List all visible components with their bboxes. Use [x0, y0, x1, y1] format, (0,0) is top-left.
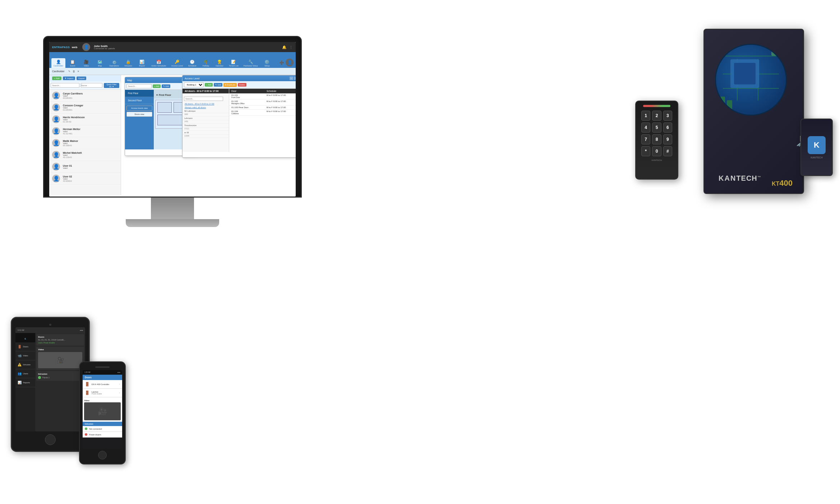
- nav-tenant-list[interactable]: 📝 Tenant List: [227, 58, 241, 68]
- main-content: + Add ▼ Import Export Quick Filter (0) ▼…: [49, 75, 296, 195]
- intrusion-dot-1: [85, 427, 87, 430]
- map-add-btn[interactable]: + Add: [153, 84, 161, 88]
- all-doors-link[interactable]: All doors - M to F 8:00 to 17:00: [183, 102, 229, 106]
- tablet-doors-sub: R1, R1, R1, R1, 2VLM ControllE...: [38, 339, 82, 341]
- key-7[interactable]: 7: [641, 134, 650, 144]
- workspace: Map ─ □ ✕ + Add ✎ Edit: [121, 75, 296, 195]
- doors-view-btn[interactable]: Doors view: [126, 112, 152, 117]
- list-toolbar: + Add ▼ Import Export: [49, 75, 121, 82]
- list-item[interactable]: 👤 User 01 Valid: [49, 161, 121, 173]
- door-row[interactable]: 01:103 Rear Door M to F 8:00 to 17:00: [229, 106, 296, 110]
- user-avatar-nav[interactable]: 👤: [286, 59, 294, 66]
- door-row[interactable]: 01:104Cafeteria M to F 8:00 to 17:00: [229, 110, 296, 116]
- person-06[interactable]: er 06: [183, 131, 229, 135]
- key-2[interactable]: 2: [652, 111, 661, 121]
- floor-first[interactable]: First Floor: [125, 90, 154, 97]
- access-edit-btn[interactable]: ✎ Edit: [214, 83, 222, 87]
- quick-filter-btn[interactable]: Quick Filter (0) ▼: [104, 83, 119, 88]
- add-cardholder-btn[interactable]: + Add: [52, 77, 61, 80]
- person-06-id: 11006: [183, 135, 229, 138]
- floor-second[interactable]: Second Floor: [125, 97, 154, 104]
- nav-schedule[interactable]: 🕐 Schedule: [186, 58, 199, 68]
- key-star[interactable]: *: [641, 146, 650, 156]
- edit-icon[interactable]: ✎: [68, 70, 70, 73]
- list-item[interactable]: 👤 User 02 Valid 43:90002: [49, 173, 121, 185]
- key-0[interactable]: 0: [652, 146, 661, 156]
- person-lehmann[interactable]: Lehmann: [183, 116, 229, 120]
- tablet-intrusion-title: Intrusion: [38, 373, 82, 375]
- key-1[interactable]: 1: [641, 111, 650, 121]
- keypad-brand: KANTECH: [652, 159, 662, 161]
- key-6[interactable]: 6: [663, 122, 672, 133]
- map-edit-btn[interactable]: ✎ Edit: [162, 84, 170, 88]
- more-icon[interactable]: ⋮: [289, 45, 293, 49]
- list-item[interactable]: 👤 Caryn Carrithers Valid 00180001: [49, 90, 121, 102]
- building-dropdown[interactable]: Building 1: [184, 82, 204, 87]
- import-btn[interactable]: ▼ Import: [63, 77, 75, 80]
- access-levels-view-btn[interactable]: Access levels view: [126, 106, 152, 111]
- search-input[interactable]: [51, 83, 79, 88]
- access-maximize-btn[interactable]: □: [294, 77, 296, 80]
- nav-operations[interactable]: ⚙️ Operations: [107, 59, 121, 68]
- list-item[interactable]: 👤 Malik Mainor Valid 05:38545: [49, 137, 121, 149]
- key-8[interactable]: 8: [652, 134, 661, 144]
- nav-event[interactable]: 📋 Event: [66, 58, 79, 68]
- nav-action-scheduler[interactable]: 📅 Action Scheduler: [149, 58, 169, 68]
- nav-holiday[interactable]: 🌴 Holiday: [199, 58, 212, 68]
- notifications-icon[interactable]: 🔔: [282, 45, 286, 49]
- door-row[interactable]: 01:101Front Door M to F 8:00 to 17:00: [229, 93, 296, 100]
- phone-intrusion-item-1[interactable]: Not connected: [83, 426, 122, 432]
- nav-hardware-setup[interactable]: 🔧 Hardware Setup: [241, 58, 260, 68]
- add-btn[interactable]: ➕: [279, 60, 284, 65]
- person-nil[interactable]: Nil Labreque: [183, 109, 229, 113]
- pcb-connector-2: [727, 100, 732, 111]
- tablet-home-btn[interactable]: [45, 434, 56, 445]
- access-search[interactable]: [184, 97, 223, 101]
- nav-video[interactable]: 🎥 Video: [80, 58, 93, 68]
- cancel-icon[interactable]: ✕: [77, 70, 79, 73]
- person-throckmorton[interactable]: Throckmorton: [183, 124, 229, 128]
- list-item[interactable]: 👤 Michel Matchett Valid 45:15545: [49, 149, 121, 161]
- list-item[interactable]: 👤 Corason Creager Valid 01180001: [49, 102, 121, 114]
- nav-access-level[interactable]: 🔑 Access Level: [169, 58, 185, 68]
- tablet-menu-intrusion[interactable]: ⚠️ Intrusion: [15, 360, 35, 369]
- intrusion-status-text: Patrols 1: [42, 376, 50, 379]
- key-3[interactable]: 3: [663, 111, 672, 121]
- phone-home-btn[interactable]: [98, 451, 107, 459]
- export-btn[interactable]: Export: [77, 77, 86, 80]
- list-item[interactable]: 👤 Herman Mellor Valid 41:32:461: [49, 125, 121, 137]
- access-delete-btn[interactable]: Delete: [238, 83, 246, 87]
- filter-input[interactable]: [81, 83, 102, 88]
- nav-intrusion[interactable]: 🔒 Intrusion: [122, 58, 135, 68]
- nav-settings[interactable]: ⚙️ Setup: [260, 58, 273, 68]
- delete-icon[interactable]: 🗑: [73, 70, 75, 73]
- tablet-menu-doors[interactable]: 🚪 Doors: [15, 342, 35, 351]
- tablet-camera: [49, 324, 51, 326]
- tablet-menu-reports[interactable]: 📊 Reports: [15, 378, 35, 387]
- key-4[interactable]: 4: [641, 122, 650, 133]
- nav-report[interactable]: 📊 Report: [135, 58, 148, 68]
- tablet-menu-users[interactable]: 👥 Users: [15, 369, 35, 378]
- tablet-menu: E 🚪 Doors 📹 Video ⚠️ Intrusion 👥 Users: [15, 333, 35, 431]
- access-duplicate-btn[interactable]: ⧉ Duplicate: [223, 83, 236, 87]
- map-search[interactable]: [126, 84, 152, 88]
- phone-door-item-1[interactable]: 🚪 EN K-400 Controller ›: [83, 380, 122, 389]
- key-hash[interactable]: #: [663, 146, 672, 156]
- door-row[interactable]: 01:102Managers Office M to F 8:00 to 17:…: [229, 100, 296, 106]
- nav-operator[interactable]: 👷 Operator: [213, 58, 226, 68]
- intrusion-status-dot: [38, 376, 41, 379]
- nav-map[interactable]: 🗺️ Map: [93, 58, 106, 68]
- key-9[interactable]: 9: [663, 134, 672, 144]
- phone-door-sub-2: Power disable: [92, 393, 102, 395]
- always-valid-link[interactable]: Always valid, all doors: [183, 106, 229, 109]
- tablet-doors-status: Latch, Power disable: [38, 342, 82, 344]
- access-minimize-btn[interactable]: ─: [290, 77, 293, 80]
- nav-cardholder[interactable]: 👤 Cardholder: [51, 58, 65, 68]
- access-add-btn[interactable]: + Add: [205, 83, 213, 87]
- card-reader-logo: K: [808, 136, 826, 154]
- list-item[interactable]: 👤 Harris Hendrixson Valid 01:36:53: [49, 114, 121, 125]
- tablet-menu-video[interactable]: 📹 Video: [15, 351, 35, 360]
- phone-intrusion-item-2[interactable]: Power disarm: [83, 432, 122, 438]
- phone-door-item-2[interactable]: 🚪 Latchot Power disable ›: [83, 389, 122, 397]
- key-5[interactable]: 5: [652, 122, 661, 133]
